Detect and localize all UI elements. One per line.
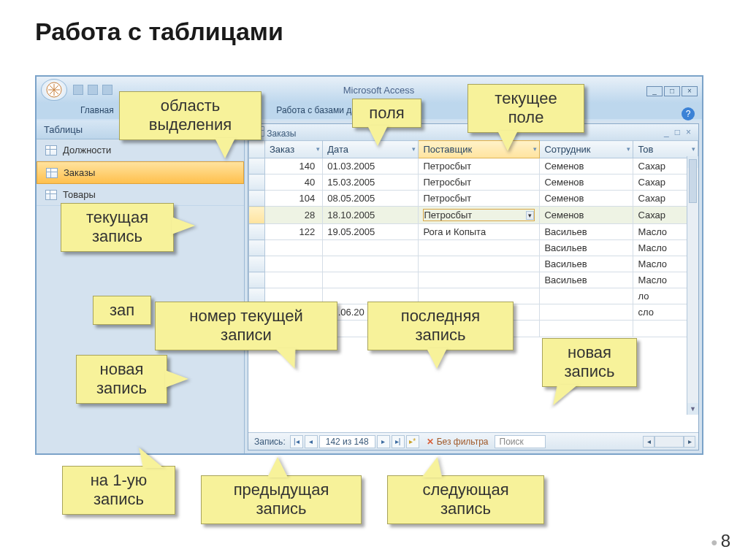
row-selector[interactable] xyxy=(249,191,265,207)
table-row[interactable]: 10408.05.2005ПетросбытСеменовСахар xyxy=(249,191,698,207)
dropdown-icon[interactable]: ▾ xyxy=(627,145,630,153)
new-record-button[interactable]: ▸* xyxy=(406,435,419,448)
table-icon xyxy=(45,145,57,156)
search-input[interactable]: Поиск xyxy=(495,435,546,448)
prev-record-button[interactable]: ◂ xyxy=(305,435,318,448)
next-record-button[interactable]: ▸ xyxy=(377,435,390,448)
table-row[interactable]: 12219.05.2005Рога и КопытаВасильевМасло xyxy=(249,224,698,240)
cell-supplier[interactable]: Петросбыт xyxy=(419,158,540,174)
table-row[interactable]: 2818.10.2005Петросбыт▾СеменовСахар xyxy=(249,207,698,224)
column-header[interactable]: Сотрудник▾ xyxy=(540,141,633,158)
maximize-icon[interactable]: □ xyxy=(672,127,683,137)
callout-rec-partial: зап xyxy=(93,296,151,325)
cell-employee[interactable]: Семенов xyxy=(540,174,633,191)
cell-order[interactable]: 140 xyxy=(265,158,323,174)
cell-employee[interactable]: Семенов xyxy=(540,158,633,174)
help-icon[interactable]: ? xyxy=(682,107,695,120)
cell-supplier[interactable] xyxy=(419,272,540,288)
column-header[interactable]: Поставщик▾ xyxy=(419,141,540,158)
close-icon[interactable]: × xyxy=(683,127,694,137)
table-row[interactable]: 4015.03.2005ПетросбытСеменовСахар xyxy=(249,174,698,191)
column-header[interactable]: Тов▾ xyxy=(633,141,698,158)
cell-date[interactable]: 15.03.2005 xyxy=(323,174,419,191)
window-controls[interactable]: _□× xyxy=(645,83,698,96)
record-counter[interactable]: 142 из 148 xyxy=(319,435,375,448)
table-row[interactable]: ВасильевМасло xyxy=(249,272,698,288)
first-record-button[interactable]: |◂ xyxy=(290,435,303,448)
cell-employee[interactable] xyxy=(540,304,633,321)
cell-supplier[interactable] xyxy=(419,256,540,272)
row-selector[interactable] xyxy=(249,272,265,288)
cell-supplier[interactable]: Рога и Копыта xyxy=(419,224,540,240)
nav-item-label: Заказы xyxy=(64,167,95,178)
inner-window-controls[interactable]: _□× xyxy=(661,127,694,137)
row-selector[interactable] xyxy=(249,207,265,224)
callout-selection-area: областьвыделения xyxy=(119,91,262,140)
row-selector[interactable] xyxy=(249,256,265,272)
cell-order[interactable] xyxy=(265,256,323,272)
callout-current-field: текущееполе xyxy=(468,84,584,133)
column-header[interactable]: Заказ▾ xyxy=(265,141,323,158)
close-icon[interactable]: × xyxy=(682,86,698,96)
cell-order[interactable] xyxy=(265,272,323,288)
table-row[interactable]: 14001.03.2005ПетросбытСеменовСахар xyxy=(249,158,698,174)
cell-date[interactable]: 08.05.2005 xyxy=(323,191,419,207)
minimize-icon[interactable]: _ xyxy=(661,127,672,137)
datasheet-area: Заказы _□× Заказ▾Дата▾Поставщик▾Сотрудни… xyxy=(245,120,702,453)
dropdown-icon[interactable]: ▾ xyxy=(533,145,537,153)
cell-date[interactable]: 01.03.2005 xyxy=(323,158,419,174)
cell-order[interactable]: 28 xyxy=(265,207,323,224)
cell-employee[interactable]: Васильев xyxy=(540,240,633,256)
cell-order[interactable] xyxy=(265,240,323,256)
cell-date[interactable] xyxy=(323,272,419,288)
quick-access-toolbar[interactable] xyxy=(73,85,112,95)
cell-employee[interactable]: Васильев xyxy=(540,272,633,288)
scroll-down-icon[interactable]: ▼ xyxy=(687,403,698,415)
cell-employee[interactable]: Васильев xyxy=(540,224,633,240)
cell-order[interactable]: 104 xyxy=(265,191,323,207)
row-selector[interactable] xyxy=(249,240,265,256)
callout-last-record: последняязапись xyxy=(367,302,514,350)
table-row[interactable]: ВасильевМасло xyxy=(249,240,698,256)
cell-employee[interactable]: Васильев xyxy=(540,256,633,272)
vertical-scrollbar[interactable]: ▲ ▼ xyxy=(687,156,698,415)
row-selector[interactable] xyxy=(249,174,265,191)
datasheet-window: Заказы _□× Заказ▾Дата▾Поставщик▾Сотрудни… xyxy=(248,123,699,450)
recnav-label: Запись: xyxy=(251,437,289,447)
cell-employee[interactable]: Семенов xyxy=(540,207,633,224)
filter-indicator[interactable]: ✕Без фильтра xyxy=(427,437,489,447)
cell-employee[interactable]: Семенов xyxy=(540,191,633,207)
horizontal-scrollbar[interactable]: ◂▸ xyxy=(643,436,695,448)
minimize-icon[interactable]: _ xyxy=(646,86,663,96)
row-selector[interactable] xyxy=(249,158,265,174)
callout-prev-record: предыдущаязапись xyxy=(201,475,362,524)
datasheet-title: Заказы xyxy=(267,129,296,139)
cell-order[interactable]: 122 xyxy=(265,224,323,240)
data-grid[interactable]: Заказ▾Дата▾Поставщик▾Сотрудник▾Тов▾14001… xyxy=(248,140,698,432)
cell-employee[interactable] xyxy=(540,288,633,304)
maximize-icon[interactable]: □ xyxy=(664,86,680,96)
cell-date[interactable] xyxy=(323,256,419,272)
office-button[interactable] xyxy=(41,79,67,101)
cell-supplier[interactable]: Петросбыт▾ xyxy=(419,207,540,224)
table-row[interactable]: ВасильевМасло xyxy=(249,256,698,272)
cell-date[interactable]: 19.05.2005 xyxy=(323,224,419,240)
page-number: 8 xyxy=(711,531,730,551)
nav-item-должности[interactable]: Должности xyxy=(37,139,244,161)
cell-supplier[interactable]: Петросбыт xyxy=(419,174,540,191)
cell-supplier[interactable] xyxy=(419,240,540,256)
dropdown-icon[interactable]: ▾ xyxy=(526,211,534,220)
nav-item-заказы[interactable]: Заказы xyxy=(37,161,244,184)
cell-date[interactable] xyxy=(323,240,419,256)
dropdown-icon[interactable]: ▾ xyxy=(692,145,695,153)
dropdown-icon[interactable]: ▾ xyxy=(316,145,320,153)
last-record-button[interactable]: ▸| xyxy=(392,435,405,448)
scroll-thumb[interactable] xyxy=(689,159,697,203)
cell-supplier[interactable]: Петросбыт xyxy=(419,191,540,207)
tab-home[interactable]: Главная xyxy=(72,103,123,119)
cell-date[interactable]: 18.10.2005 xyxy=(323,207,419,224)
callout-new-record-right: новаязапись xyxy=(542,338,637,387)
row-selector[interactable] xyxy=(249,224,265,240)
dropdown-icon[interactable]: ▾ xyxy=(412,145,416,153)
cell-order[interactable]: 40 xyxy=(265,174,323,191)
